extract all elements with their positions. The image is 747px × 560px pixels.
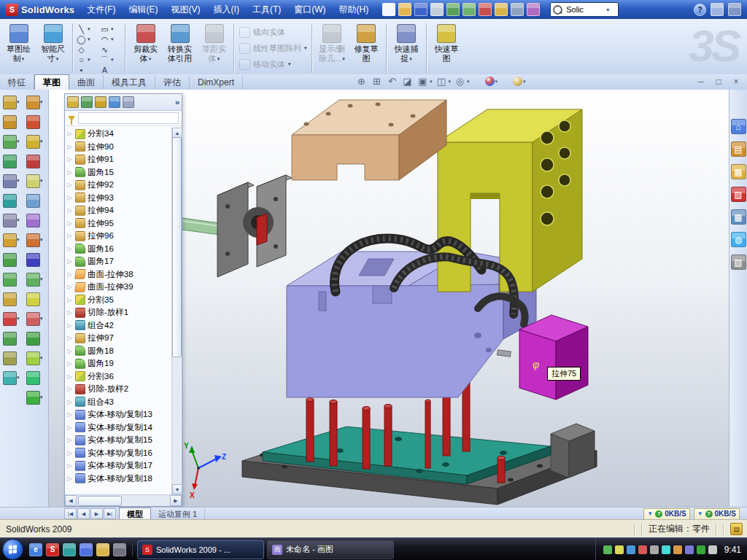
tree-item[interactable]: ▷ 拉伸91 xyxy=(66,153,171,166)
search-input[interactable] xyxy=(565,4,604,15)
fillet-tool-icon[interactable]: ▾ xyxy=(3,233,20,246)
solidworks-quicklaunch-icon[interactable]: S xyxy=(46,543,59,556)
next-tab-button[interactable]: ▶ xyxy=(90,508,103,519)
convert-entities-icon[interactable]: ▾ xyxy=(26,273,43,286)
tray-icon-8[interactable] xyxy=(685,545,694,554)
scroll-down-icon[interactable]: ▼ xyxy=(172,484,182,494)
part-gray-peg[interactable] xyxy=(498,350,511,357)
tree-item[interactable]: ▷ 实体-移动/复制16 xyxy=(66,447,171,460)
sketch-tool-icon[interactable]: ▾ xyxy=(26,96,43,109)
relation-tool-icon[interactable] xyxy=(26,155,43,168)
expand-arrow-icon[interactable]: ▷ xyxy=(66,169,73,176)
dropdown-arrow-icon[interactable]: ▾ xyxy=(40,237,43,243)
reference-pattern-icon[interactable]: ▾ xyxy=(3,174,20,187)
dropdown-arrow-icon[interactable]: ▾ xyxy=(17,316,20,322)
tray-icon-4[interactable] xyxy=(638,545,647,554)
appearance-icon[interactable]: ▾ xyxy=(473,77,498,86)
commandmanager-tab[interactable]: DimXpert xyxy=(190,75,243,90)
dropdown-arrow-icon[interactable]: ▾ xyxy=(17,237,20,243)
expand-arrow-icon[interactable]: ▷ xyxy=(66,182,73,188)
expand-arrow-icon[interactable]: ▷ xyxy=(66,258,73,265)
toolbar-button[interactable]: 剪裁实 体▾ xyxy=(128,20,163,76)
toolbar-button[interactable]: 快速捕 捉▾ xyxy=(390,20,424,76)
part-yellow-bracket[interactable] xyxy=(438,109,582,292)
app-launcher-icon[interactable] xyxy=(113,543,126,556)
scroll-right-icon[interactable]: ▶ xyxy=(170,495,182,506)
tree-item[interactable]: ▷ 拉伸92 xyxy=(66,179,171,192)
expand-arrow-icon[interactable]: ▷ xyxy=(66,207,73,214)
part-clamp[interactable] xyxy=(217,175,292,277)
snap-hook-icon[interactable]: ▾ xyxy=(26,391,43,404)
centerpoint-arc-icon[interactable]: ◠▾ xyxy=(99,34,123,44)
configurationmanager-tab-icon[interactable] xyxy=(95,96,107,108)
filter-input[interactable] xyxy=(78,112,179,124)
expand-arrow-icon[interactable]: ▷ xyxy=(66,399,73,405)
tray-icon-2[interactable] xyxy=(615,545,624,554)
dropdown-arrow-icon[interactable]: ▾ xyxy=(342,54,345,63)
tree-item[interactable]: ▷ 拉伸94 xyxy=(66,204,171,217)
expand-arrow-icon[interactable]: ▷ xyxy=(66,411,73,418)
expand-arrow-icon[interactable]: ▷ xyxy=(66,462,73,469)
corner-rectangle-icon[interactable]: ▭▾ xyxy=(99,24,123,34)
dropdown-arrow-icon[interactable]: ▾ xyxy=(111,36,114,42)
custom-properties-icon[interactable]: ▧ xyxy=(731,254,746,270)
expand-arrow-icon[interactable]: ▷ xyxy=(66,475,73,482)
line-icon[interactable]: ╲▾ xyxy=(76,24,99,34)
toolbar-button[interactable]: 移动实体 ▾ xyxy=(237,58,309,71)
point-ref-icon[interactable] xyxy=(26,214,43,227)
dropdown-arrow-icon[interactable]: ▾ xyxy=(40,316,43,322)
scroll-left-icon[interactable]: ◀ xyxy=(65,495,77,506)
dropdown-arrow-icon[interactable]: ▾ xyxy=(304,45,307,51)
tray-icon-1[interactable] xyxy=(603,545,612,554)
tree-item[interactable]: ▷ 组合43 xyxy=(66,396,171,409)
menu-item[interactable]: 视图(V) xyxy=(165,0,207,19)
last-tab-button[interactable]: ▶| xyxy=(104,508,116,519)
print-icon[interactable] xyxy=(430,3,444,16)
undo-icon[interactable] xyxy=(446,3,460,16)
view-palette-icon[interactable]: ▩ xyxy=(731,209,746,225)
menu-item[interactable]: 工具(T) xyxy=(246,0,287,19)
toggle-ui-icon[interactable] xyxy=(711,3,724,16)
expand-arrow-icon[interactable]: ▷ xyxy=(66,322,73,329)
menu-item[interactable]: 文件(F) xyxy=(80,0,122,19)
dropdown-arrow-icon[interactable]: ▾ xyxy=(17,375,20,381)
first-tab-button[interactable]: |◀ xyxy=(64,508,77,519)
tree-item[interactable]: ▷ 曲面-拉伸38 xyxy=(66,268,171,281)
restore-button[interactable]: □ xyxy=(713,77,724,87)
panel-chevron-icon[interactable]: » xyxy=(175,98,179,106)
question-icon[interactable]: ? xyxy=(655,510,662,518)
save-icon[interactable] xyxy=(414,3,427,16)
commandmanager-tab[interactable]: 草图 xyxy=(34,74,69,90)
split-entities-icon[interactable]: ▾ xyxy=(26,351,43,365)
file-explorer-icon[interactable]: ▦ xyxy=(731,164,746,179)
fullscreen-icon[interactable] xyxy=(728,3,741,16)
dropdown-arrow-icon[interactable]: ▾ xyxy=(111,26,114,32)
tree-item[interactable]: ▷ 分割34 xyxy=(66,128,171,141)
tree-item[interactable]: ▷ 圆角18 xyxy=(66,345,171,358)
extrude-boss-icon[interactable]: ▾ xyxy=(3,96,20,109)
search-dropdown-icon[interactable]: ▾ xyxy=(606,7,609,13)
expand-arrow-icon[interactable]: ▷ xyxy=(66,156,73,163)
toolbar-button[interactable]: 显示/删 除几...▾ xyxy=(315,20,349,76)
polygon-icon[interactable]: ◇ xyxy=(76,44,99,54)
dropdown-arrow-icon[interactable]: ▾ xyxy=(288,61,291,67)
circle-icon[interactable]: ◯▾ xyxy=(76,34,99,44)
part-magenta-block[interactable]: φ xyxy=(519,315,588,400)
tree-item[interactable]: ▷ 切除-放样2 xyxy=(66,383,171,396)
dropdown-arrow-icon[interactable]: ▾ xyxy=(467,79,470,85)
offset-entities-icon[interactable] xyxy=(26,292,43,306)
home-icon[interactable]: ⌂ xyxy=(731,119,746,134)
dropdown-arrow-icon[interactable]: ▾ xyxy=(17,99,20,105)
tray-icon-10[interactable] xyxy=(708,545,717,554)
swept-boss-icon[interactable]: ▾ xyxy=(3,135,20,148)
edit-color-icon[interactable] xyxy=(495,3,508,16)
tree-item[interactable]: ▷ 拉伸96 xyxy=(66,230,171,243)
tree-item[interactable]: ▷ 实体-移动/复制13 xyxy=(66,408,171,421)
folder-icon[interactable] xyxy=(96,543,109,556)
revolve-boss-icon[interactable] xyxy=(3,115,20,128)
document-tab[interactable]: 运动算例 1 xyxy=(151,508,205,520)
zoom-area-icon[interactable]: ⊞ xyxy=(371,76,383,87)
open-icon[interactable] xyxy=(398,3,411,16)
rebuild-icon[interactable] xyxy=(479,3,492,16)
scrollbar-thumb[interactable] xyxy=(172,137,182,357)
